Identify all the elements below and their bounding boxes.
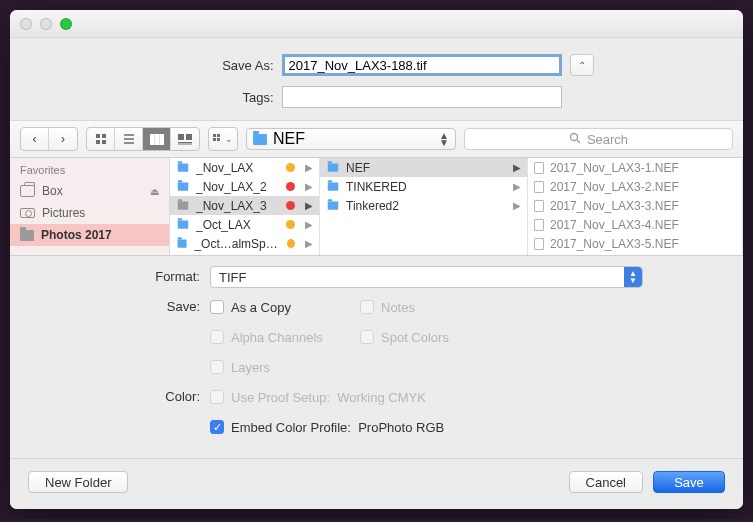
svg-rect-1	[102, 134, 106, 138]
dialog-footer: New Folder Cancel Save	[10, 458, 743, 509]
svg-rect-8	[155, 134, 159, 145]
sidebar-item-box[interactable]: Box⏏	[10, 180, 169, 202]
browser-column-1[interactable]: _Nov_LAX▶_Nov_LAX_2▶_Nov_LAX_3▶_Oct_LAX▶…	[170, 158, 320, 255]
file-label: 2017_Nov_LAX3-3.NEF	[550, 199, 679, 213]
save-as-input[interactable]	[282, 54, 562, 76]
traffic-light-minimize[interactable]	[40, 18, 52, 30]
as-copy-label: As a Copy	[231, 300, 291, 315]
folder-icon	[328, 163, 339, 171]
svg-line-19	[577, 140, 580, 143]
file-icon	[534, 162, 544, 174]
new-folder-button[interactable]: New Folder	[28, 471, 128, 493]
proof-setup-checkbox: Use Proof Setup: Working CMYK	[210, 386, 643, 408]
svg-rect-7	[150, 134, 154, 145]
as-copy-checkbox[interactable]: As a Copy	[210, 296, 360, 318]
browser-column-2[interactable]: NEF▶TINKERED▶Tinkered2▶	[320, 158, 528, 255]
list-item[interactable]: _Nov_LAX_3▶	[170, 196, 319, 215]
search-field[interactable]: Search	[464, 128, 733, 150]
forward-button[interactable]: ›	[49, 128, 77, 150]
list-item[interactable]: 2017_Nov_LAX3-3.NEF	[528, 196, 742, 215]
list-item[interactable]: _Oct_LAX▶	[170, 215, 319, 234]
layers-checkbox: Layers	[210, 356, 643, 378]
back-button[interactable]: ‹	[21, 128, 49, 150]
notes-checkbox: Notes	[360, 296, 643, 318]
svg-rect-0	[96, 134, 100, 138]
save-group-label: Save:	[80, 296, 200, 318]
svg-rect-15	[217, 134, 220, 137]
icon-view-button[interactable]	[87, 128, 115, 150]
embed-label: Embed Color Profile:	[231, 420, 351, 435]
notes-label: Notes	[381, 300, 415, 315]
search-placeholder: Search	[587, 132, 628, 147]
list-item[interactable]: NEF▶	[320, 158, 527, 177]
checkbox-icon	[360, 330, 374, 344]
file-label: _Oct…almSprings	[194, 237, 281, 251]
format-select[interactable]: TIFF ▲▼	[210, 266, 643, 288]
list-item[interactable]: Tinkered2▶	[320, 196, 527, 215]
sidebar: Favorites Box⏏PicturesPhotos 2017	[10, 158, 170, 255]
grid-small-icon	[213, 134, 223, 144]
file-label: 2017_Nov_LAX3-2.NEF	[550, 180, 679, 194]
list-view-button[interactable]	[115, 128, 143, 150]
alpha-checkbox: Alpha Channels	[210, 326, 360, 348]
arrange-button[interactable]: ⌄	[209, 128, 237, 150]
chevron-right-icon: ▶	[513, 181, 521, 192]
tags-input[interactable]	[282, 86, 562, 108]
stepper-icon: ▲▼	[624, 267, 642, 287]
columns-icon	[150, 134, 164, 145]
traffic-light-close[interactable]	[20, 18, 32, 30]
folder-icon	[178, 163, 189, 171]
save-button[interactable]: Save	[653, 471, 725, 493]
file-label: Tinkered2	[346, 199, 399, 213]
chevron-right-icon: ▶	[305, 219, 313, 230]
list-item[interactable]: TINKERED▶	[320, 177, 527, 196]
collapse-toggle-button[interactable]: ⌃	[570, 54, 594, 76]
list-item[interactable]: 2017_Nov_LAX3-5.NEF	[528, 234, 742, 253]
chevron-down-icon: ⌄	[225, 134, 233, 144]
format-label: Format:	[80, 266, 200, 288]
checkbox-icon	[210, 300, 224, 314]
tag-dot-icon	[286, 182, 295, 191]
cancel-button[interactable]: Cancel	[569, 471, 643, 493]
list-icon	[123, 133, 135, 145]
embed-profile-checkbox[interactable]: ✓ Embed Color Profile: ProPhoto RGB	[210, 416, 643, 438]
list-item[interactable]: _Oct…almSprings▶	[170, 234, 319, 253]
alpha-label: Alpha Channels	[231, 330, 323, 345]
browser-column-3[interactable]: 2017_Nov_LAX3-1.NEF2017_Nov_LAX3-2.NEF20…	[528, 158, 743, 255]
coverflow-icon	[178, 134, 192, 145]
tag-dot-icon	[287, 239, 295, 248]
nav-seg: ‹ ›	[20, 127, 78, 151]
list-item[interactable]: 2017_Nov_LAX3-2.NEF	[528, 177, 742, 196]
sidebar-header: Favorites	[10, 158, 169, 180]
checkbox-icon	[210, 330, 224, 344]
checkbox-icon: ✓	[210, 420, 224, 434]
titlebar	[10, 10, 743, 38]
svg-rect-13	[178, 144, 192, 145]
column-view-button[interactable]	[143, 128, 171, 150]
stepper-icon: ▲▼	[439, 132, 449, 146]
list-item[interactable]: 2017_Nov_LAX3-4.NEF	[528, 215, 742, 234]
list-item[interactable]: _Nov_LAX▶	[170, 158, 319, 177]
color-group-label: Color:	[80, 386, 200, 408]
svg-rect-16	[213, 138, 216, 141]
list-item[interactable]: _Nov_LAX_2▶	[170, 177, 319, 196]
eject-icon[interactable]: ⏏	[150, 186, 159, 197]
folder-icon	[328, 182, 339, 190]
chevron-right-icon: ▶	[513, 200, 521, 211]
svg-rect-11	[186, 134, 192, 140]
path-popup[interactable]: NEF ▲▼	[246, 128, 456, 150]
checkbox-icon	[360, 300, 374, 314]
file-label: _Nov_LAX	[196, 161, 253, 175]
sidebar-item-pictures[interactable]: Pictures	[10, 202, 169, 224]
file-icon	[534, 219, 544, 231]
file-label: _Oct_LAX	[196, 218, 251, 232]
file-icon	[534, 181, 544, 193]
svg-rect-3	[102, 140, 106, 144]
sidebar-item-photos-2017[interactable]: Photos 2017	[10, 224, 169, 246]
list-item[interactable]: 2017_Nov_LAX3-1.NEF	[528, 158, 742, 177]
folder-icon	[178, 201, 189, 209]
proof-label: Use Proof Setup:	[231, 390, 330, 405]
save-options: Format: TIFF ▲▼ Save: As a Copy Notes Al…	[10, 256, 743, 458]
coverflow-view-button[interactable]	[171, 128, 199, 150]
traffic-light-zoom[interactable]	[60, 18, 72, 30]
